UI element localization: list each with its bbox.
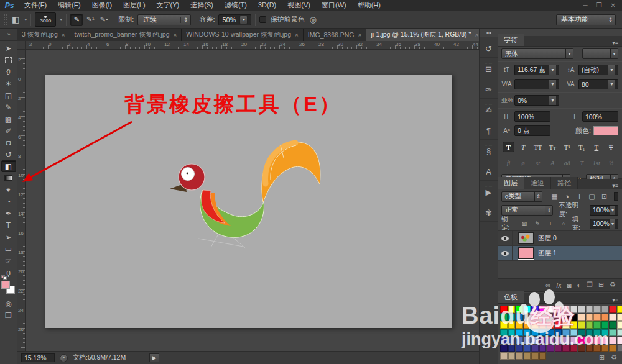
- menu-item-view[interactable]: 视图(V): [282, 1, 316, 9]
- color-swatch[interactable]: [609, 306, 616, 313]
- color-swatch[interactable]: [547, 306, 554, 313]
- color-swatch[interactable]: [586, 306, 593, 313]
- color-swatch[interactable]: [524, 329, 531, 337]
- history-panel-icon[interactable]: ↺: [480, 37, 498, 58]
- color-swatch[interactable]: [601, 314, 609, 321]
- ruler-corner[interactable]: [17, 41, 26, 50]
- color-swatch[interactable]: [578, 329, 585, 337]
- tab-channels[interactable]: 通道: [524, 177, 551, 189]
- color-swatch[interactable]: [516, 337, 523, 344]
- dock-collapse-button[interactable]: ◂◂: [480, 29, 498, 37]
- sampling-continuous-button[interactable]: ✎: [70, 14, 83, 26]
- color-swatch[interactable]: [601, 345, 609, 352]
- filter-shape-layers-icon[interactable]: ▢: [587, 191, 597, 201]
- color-swatch[interactable]: [570, 337, 578, 344]
- color-swatch[interactable]: [539, 337, 547, 344]
- paragraph-styles-panel-icon[interactable]: §: [480, 140, 498, 160]
- document-tab-5[interactable]: ji-1.jpg @ 15.1% (图层 1, RGB/8) *×: [366, 29, 483, 41]
- lock-all-icon[interactable]: ⌂: [559, 219, 569, 229]
- color-swatch[interactable]: [531, 314, 539, 321]
- zoom-level-input[interactable]: 15.13%: [21, 353, 55, 362]
- close-button[interactable]: ✕: [611, 2, 616, 9]
- history-brush-tool[interactable]: ↺: [1, 148, 16, 160]
- tolerance-dropdown-icon[interactable]: ▾: [239, 16, 248, 24]
- color-swatch[interactable]: [601, 337, 609, 344]
- color-swatch[interactable]: [586, 329, 593, 337]
- layer-group-icon[interactable]: ❐: [587, 281, 593, 289]
- close-tab-icon[interactable]: ×: [62, 32, 65, 39]
- leading-input[interactable]: (自动) ▾: [578, 65, 618, 75]
- blend-mode-select[interactable]: 正常 ⇕: [501, 205, 553, 216]
- brush-presets-panel-icon[interactable]: ✍: [480, 99, 498, 119]
- maximize-button[interactable]: ❐: [596, 2, 602, 9]
- color-swatch[interactable]: [539, 314, 547, 321]
- healing-brush-tool[interactable]: ▩: [1, 113, 16, 125]
- color-swatch[interactable]: [562, 314, 570, 321]
- minimize-button[interactable]: ─: [583, 2, 588, 9]
- color-swatch[interactable]: [578, 321, 585, 329]
- screen-mode-button[interactable]: ❐: [1, 309, 16, 321]
- color-swatch[interactable]: [531, 321, 539, 329]
- color-swatch[interactable]: [578, 314, 585, 321]
- menu-item-image[interactable]: 图像(I): [86, 1, 118, 9]
- delete-layer-icon[interactable]: ♻: [610, 281, 616, 289]
- color-swatch[interactable]: [531, 345, 539, 352]
- lock-pixels-icon[interactable]: ✎: [532, 219, 543, 229]
- panel-menu-icon[interactable]: ▾≡: [612, 183, 622, 189]
- color-swatch[interactable]: [500, 321, 508, 329]
- faux-italic-button[interactable]: T: [518, 142, 529, 152]
- small-caps-button[interactable]: Tᴛ: [547, 142, 559, 152]
- menu-item-filter[interactable]: 滤镜(T): [219, 1, 253, 9]
- close-tab-icon[interactable]: ×: [174, 32, 177, 39]
- all-caps-button[interactable]: TT: [532, 142, 544, 152]
- lock-position-icon[interactable]: ＋: [545, 219, 556, 229]
- delete-swatch-icon[interactable]: ♻: [611, 353, 617, 362]
- color-swatch[interactable]: [516, 306, 523, 313]
- document-canvas[interactable]: 背景橡皮擦工具（E）: [45, 75, 452, 328]
- move-tool[interactable]: ➤: [1, 42, 16, 54]
- document-tab-3[interactable]: WINDOWS-10-wallpaper-恢复的.jpg×: [182, 29, 303, 41]
- color-swatch[interactable]: [531, 306, 539, 313]
- horizontal-scale-input[interactable]: 100%: [582, 111, 618, 122]
- add-layer-mask-icon[interactable]: ◙: [567, 281, 572, 289]
- menu-item-file[interactable]: 文件(F): [19, 1, 52, 9]
- color-swatch[interactable]: [547, 314, 554, 321]
- color-swatch[interactable]: [547, 321, 554, 329]
- path-selection-tool[interactable]: ➢: [1, 231, 16, 243]
- color-swatch[interactable]: [609, 337, 616, 344]
- color-swatch[interactable]: [539, 352, 547, 360]
- color-swatch[interactable]: [555, 321, 562, 329]
- brush-size-picker[interactable]: 3000: [35, 12, 56, 27]
- color-swatch[interactable]: [601, 329, 609, 337]
- brush-dropdown-icon[interactable]: ▾: [60, 17, 62, 22]
- color-swatch[interactable]: [578, 345, 585, 352]
- layer-visibility-toggle[interactable]: [498, 246, 513, 260]
- color-swatch[interactable]: [593, 329, 601, 337]
- magic-wand-tool[interactable]: ✶: [1, 78, 16, 89]
- color-swatch[interactable]: [547, 329, 554, 337]
- properties-panel-icon[interactable]: ⊟: [480, 58, 498, 78]
- color-swatch[interactable]: [617, 314, 622, 321]
- hand-tool[interactable]: ☞: [1, 255, 16, 266]
- ot-swash-button[interactable]: ø: [518, 158, 529, 168]
- tolerance-input[interactable]: 50% ▾: [218, 14, 251, 25]
- color-swatch[interactable]: [609, 329, 616, 337]
- eyedropper-tool[interactable]: ✎: [1, 101, 16, 113]
- color-swatch[interactable]: [524, 306, 531, 313]
- color-swatch[interactable]: [555, 306, 562, 313]
- color-swatch[interactable]: [570, 314, 578, 321]
- ot-ornaments-button[interactable]: T: [576, 158, 588, 168]
- filter-pixel-layers-icon[interactable]: ▦: [549, 191, 560, 201]
- menu-item-edit[interactable]: 编辑(E): [52, 1, 86, 9]
- status-flyout-button[interactable]: ▶: [149, 353, 159, 362]
- layer-row[interactable]: 图层 1: [498, 246, 622, 261]
- filter-type-layers-icon[interactable]: T: [574, 191, 585, 201]
- lock-transparency-icon[interactable]: ▨: [519, 219, 530, 229]
- blur-tool[interactable]: ♠: [1, 184, 16, 196]
- font-style-select[interactable]: - ▾: [582, 48, 618, 59]
- sampling-once-button[interactable]: ✎¹: [84, 14, 96, 26]
- opacity-input[interactable]: 100% ▾: [590, 205, 618, 216]
- color-swatch[interactable]: [508, 321, 516, 329]
- color-swatch[interactable]: [617, 321, 622, 329]
- color-swatch[interactable]: [516, 345, 523, 352]
